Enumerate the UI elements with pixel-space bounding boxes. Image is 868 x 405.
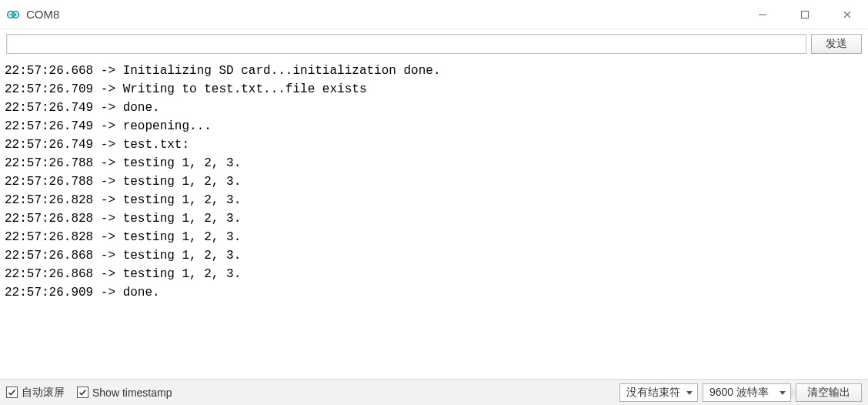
autoscroll-checkbox[interactable]: 自动滚屏 (6, 386, 65, 400)
window-title: COM8 (26, 8, 741, 21)
clear-output-button[interactable]: 清空输出 (796, 383, 862, 402)
baud-rate-dropdown[interactable]: 9600 波特率 (703, 383, 791, 402)
line-ending-dropdown[interactable]: 没有结束符 (619, 383, 698, 402)
serial-output[interactable]: 22:57:26.668 -> Initializing SD card...i… (0, 59, 868, 379)
checkbox-icon (6, 387, 18, 398)
send-row: 发送 (0, 29, 868, 59)
title-bar: COM8 (0, 0, 868, 29)
close-button[interactable] (826, 0, 868, 28)
arduino-icon (6, 8, 20, 22)
checkbox-icon (77, 387, 88, 398)
send-button[interactable]: 发送 (811, 34, 862, 54)
send-input[interactable] (6, 34, 806, 54)
show-timestamp-checkbox[interactable]: Show timestamp (77, 387, 172, 399)
bottom-bar: CSDN @Rndzi输出g 自动滚屏 Show timestamp 没有结束符… (0, 379, 868, 405)
line-ending-value: 没有结束符 (626, 386, 680, 400)
maximize-button[interactable] (783, 0, 826, 28)
autoscroll-label: 自动滚屏 (22, 386, 65, 400)
minimize-button[interactable] (741, 0, 783, 28)
svg-rect-6 (801, 11, 808, 18)
show-timestamp-label: Show timestamp (92, 387, 172, 399)
window-controls (741, 0, 868, 28)
baud-rate-value: 9600 波特率 (709, 386, 769, 400)
